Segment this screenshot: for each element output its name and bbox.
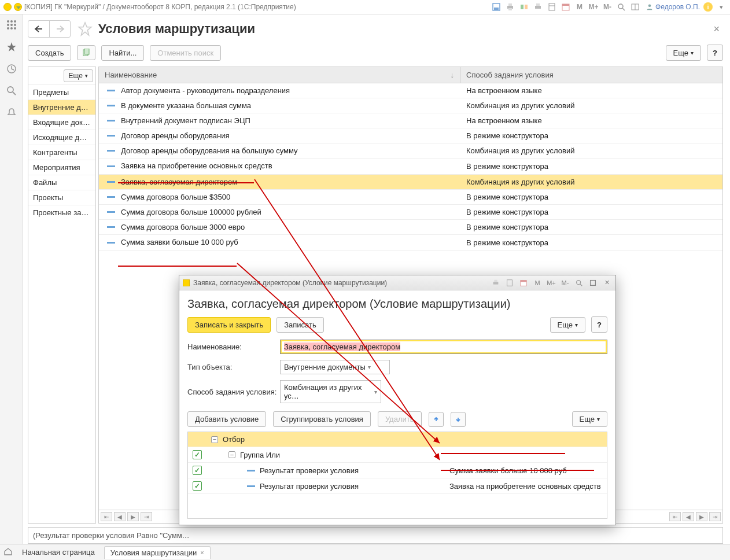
print2-icon[interactable]	[533, 2, 543, 12]
table-row[interactable]: Договор аренды оборудованияВ режиме конс…	[99, 128, 722, 143]
create-button[interactable]: Создать	[28, 45, 71, 61]
row-icon	[107, 211, 115, 213]
tab-conditions[interactable]: Условия маршрутизации×	[104, 546, 211, 559]
sidebar-item[interactable]: Исходящие докум…	[28, 130, 95, 145]
save-and-close-button[interactable]: Записать и закрыть	[187, 317, 271, 333]
dlg-close-icon[interactable]: ✕	[602, 278, 612, 288]
more-button[interactable]: Еще ▾	[666, 45, 701, 61]
dlg-m-button[interactable]: M	[532, 278, 543, 288]
collapse-icon[interactable]: −	[228, 451, 235, 458]
pager-last[interactable]: ⇥	[141, 512, 152, 521]
col-header-type[interactable]: Способ задания условия	[460, 67, 722, 83]
nav-forward-button[interactable]	[49, 21, 70, 37]
sidebar-item[interactable]: Проектные задачи	[28, 205, 95, 220]
dlg-m-plus-button[interactable]: M+	[546, 278, 556, 288]
sidebar-item[interactable]: Файлы	[28, 175, 95, 190]
sidebar-item[interactable]: Проекты	[28, 190, 95, 205]
table-row[interactable]: Сумма договора больше $3500В режиме конс…	[99, 190, 722, 205]
tree-group[interactable]: ✓ − Группа Или	[188, 447, 607, 463]
svg-point-22	[10, 24, 13, 26]
sidebar-item[interactable]: Входящие докуме…	[28, 115, 95, 130]
dlg-help-button[interactable]: ?	[591, 316, 607, 333]
col-header-name[interactable]: Наименование↓	[99, 67, 460, 83]
app-dropdown-icon[interactable]	[14, 3, 22, 11]
close-page-button[interactable]: ×	[710, 22, 723, 36]
move-up-button[interactable]	[429, 412, 444, 427]
info-icon[interactable]: i	[703, 2, 713, 12]
collapse-icon[interactable]: −	[211, 436, 218, 443]
dlg-calendar-icon[interactable]	[518, 278, 529, 288]
zoom-icon[interactable]	[616, 2, 626, 12]
sidebar-item[interactable]: Мероприятия	[28, 160, 95, 175]
nav-back-button[interactable]	[28, 21, 49, 37]
move-down-button[interactable]	[451, 412, 466, 427]
compare-icon[interactable]	[519, 2, 529, 12]
save-button[interactable]: Записать	[276, 317, 324, 333]
table-row[interactable]: Автор документа - руководитель подраздел…	[99, 83, 722, 98]
dlg-more-button[interactable]: Еще ▾	[550, 317, 585, 333]
favorite-star-icon[interactable]	[78, 21, 93, 36]
pager-last-r[interactable]: ⇥	[709, 512, 721, 521]
checkbox-on-icon[interactable]: ✓	[193, 450, 202, 459]
panel-icon[interactable]	[630, 2, 640, 12]
calc-icon[interactable]	[547, 2, 557, 12]
pager-next-r[interactable]: ▶	[696, 512, 707, 521]
bell-icon[interactable]	[6, 107, 17, 119]
delete-condition-button[interactable]: Удалить	[378, 411, 422, 427]
cancel-search-button[interactable]: Отменить поиск	[150, 45, 221, 61]
tree-root[interactable]: − Отбор	[188, 432, 607, 447]
pager-prev[interactable]: ◀	[114, 512, 126, 521]
tree-leaf[interactable]: ✓ Результат проверки условия Сумма заявк…	[188, 463, 607, 478]
name-input[interactable]: Заявка, согласуемая директором	[280, 340, 607, 354]
sidebar-item[interactable]: Предметы	[28, 84, 95, 100]
table-row[interactable]: Договор аренды оборудования на большую с…	[99, 143, 722, 159]
table-row[interactable]: Внутренний документ подписан ЭЦПНа встро…	[99, 113, 722, 128]
sidebar-item[interactable]: Контрагенты	[28, 145, 95, 160]
copy-button[interactable]	[77, 45, 95, 60]
group-conditions-button[interactable]: Сгруппировать условия	[273, 411, 371, 427]
table-row[interactable]: Сумма договора больше 100000 рублейВ реж…	[99, 205, 722, 220]
menu-chevron-icon[interactable]: ▾	[716, 2, 727, 12]
tab-home[interactable]: Начальная страница	[16, 546, 101, 558]
print-icon[interactable]	[505, 2, 515, 12]
find-button[interactable]: Найти...	[101, 45, 144, 61]
table-row[interactable]: Сумма договора больше 3000 евроВ режиме …	[99, 220, 722, 235]
dialog-titlebar[interactable]: Заявка, согласуемая директором (Условие …	[179, 275, 615, 290]
pager-prev-r[interactable]: ◀	[683, 512, 694, 521]
checkbox-on-icon[interactable]: ✓	[193, 466, 202, 475]
star-icon[interactable]	[6, 41, 17, 53]
sidebar-more-button[interactable]: Еще ▾	[64, 69, 93, 82]
pager-next[interactable]: ▶	[127, 512, 139, 521]
sidebar-item[interactable]: Внутренние докум…	[28, 100, 95, 115]
tab-close-icon[interactable]: ×	[200, 549, 204, 556]
dlg-print-icon[interactable]	[491, 278, 501, 288]
table-row[interactable]: Заявка, согласуемая директоромКомбинация…	[99, 175, 722, 190]
calendar-icon[interactable]	[561, 2, 571, 12]
main-toolbar: Создать Найти... Отменить поиск Еще ▾ ?	[23, 41, 730, 67]
apps-icon[interactable]	[6, 19, 17, 31]
table-row[interactable]: Заявка на приобретение основных средствВ…	[99, 159, 722, 175]
checkbox-on-icon[interactable]: ✓	[193, 481, 202, 491]
home-icon[interactable]	[3, 547, 13, 558]
add-condition-button[interactable]: Добавить условие	[187, 411, 266, 427]
m-minus-button[interactable]: M-	[602, 2, 613, 12]
dlg-zoom-icon[interactable]	[574, 278, 584, 288]
type-select[interactable]: Внутренние документы▾	[280, 360, 390, 374]
m-button[interactable]: M	[574, 2, 585, 12]
save-icon[interactable]	[491, 2, 502, 12]
pager-first-r[interactable]: ⇤	[669, 512, 681, 521]
table-row[interactable]: В документе указана большая суммаКомбина…	[99, 98, 722, 113]
help-button[interactable]: ?	[707, 45, 723, 61]
dlg-m-minus-button[interactable]: M-	[560, 278, 570, 288]
search-icon[interactable]	[6, 85, 17, 97]
table-row[interactable]: Сумма заявки больше 10 000 рубВ режиме к…	[99, 235, 722, 251]
history-icon[interactable]	[6, 63, 17, 75]
tree-more-button[interactable]: Еще ▾	[572, 411, 607, 427]
dlg-calc-icon[interactable]	[504, 278, 515, 288]
mode-select[interactable]: Комбинация из других ус…▾	[280, 380, 381, 403]
m-plus-button[interactable]: M+	[588, 2, 599, 12]
pager-first[interactable]: ⇤	[101, 512, 112, 521]
user-label[interactable]: Федоров О.П.	[646, 3, 700, 11]
dlg-maximize-icon[interactable]	[588, 278, 598, 288]
tree-leaf[interactable]: ✓ Результат проверки условия Заявка на п…	[188, 478, 607, 494]
